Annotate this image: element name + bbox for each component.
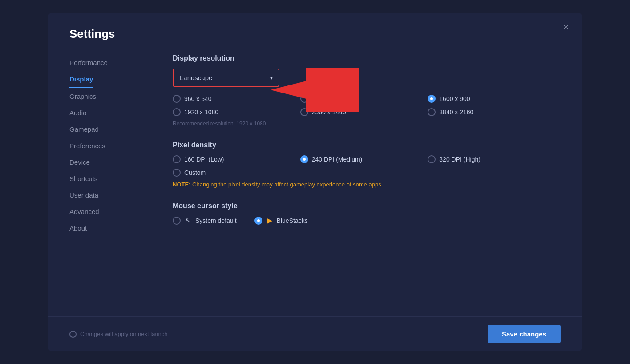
resolution-1920-label: 1920 x 1080 (184, 109, 218, 116)
resolution-1600-label: 1600 x 900 (439, 95, 470, 102)
dpi-320-option[interactable]: 320 DPI (High) (428, 155, 555, 163)
radio-dpi-160-indicator (173, 155, 181, 163)
resolution-3840-label: 3840 x 2160 (439, 109, 473, 116)
sidebar-item-performance[interactable]: Performance (69, 54, 146, 71)
pixel-density-section: Pixel density 160 DPI (Low) 240 DPI (Med… (173, 141, 555, 188)
cursor-system-default[interactable]: ↖ System default (173, 216, 237, 225)
dpi-160-label: 160 DPI (Low) (184, 156, 224, 163)
resolution-2560-label: 2560 x 1440 (312, 109, 346, 116)
radio-960-indicator (173, 95, 181, 103)
info-icon: i (69, 331, 77, 338)
sidebar-item-user-data[interactable]: User data (69, 187, 146, 203)
resolution-option-960[interactable]: 960 x 540 (173, 95, 300, 103)
resolution-option-1280[interactable]: 1280 x 720 (300, 95, 428, 103)
pixel-density-title: Pixel density (173, 141, 555, 149)
cursor-arrow-icon: ↖ (185, 216, 191, 225)
modal-body: Performance Display Graphics Audio Gamep… (48, 50, 582, 316)
resolution-dropdown[interactable]: Landscape Portrait (173, 69, 279, 87)
radio-3840-indicator (428, 108, 436, 116)
radio-1280-indicator (300, 95, 308, 103)
sidebar-item-audio[interactable]: Audio (69, 105, 146, 121)
resolution-grid: 960 x 540 1280 x 720 1600 x 900 1920 x 1… (173, 95, 555, 116)
radio-dpi-custom-indicator (173, 169, 181, 177)
note-label: NOTE: (173, 181, 190, 188)
bluestacks-cursor-icon: ▶ (267, 216, 272, 225)
cursor-options-row: ↖ System default ▶ BlueStacks (173, 216, 555, 225)
close-button[interactable]: × (560, 21, 572, 33)
footer-note: i Changes will apply on next launch (69, 331, 168, 338)
radio-dpi-240-indicator (300, 155, 308, 163)
save-changes-button[interactable]: Save changes (488, 325, 561, 343)
sidebar-item-about[interactable]: About (69, 220, 146, 236)
dpi-custom-label: Custom (184, 169, 206, 176)
display-resolution-section: Display resolution Landscape Portrait ▼ … (173, 54, 555, 127)
footer-note-text: Changes will apply on next launch (80, 331, 168, 337)
resolution-1280-label: 1280 x 720 (312, 95, 343, 102)
modal-title: Settings (48, 13, 582, 50)
dpi-custom-option[interactable]: Custom (173, 169, 300, 177)
mouse-cursor-section: Mouse cursor style ↖ System default ▶ Bl… (173, 202, 555, 225)
radio-1600-indicator (428, 95, 436, 103)
dpi-240-option[interactable]: 240 DPI (Medium) (300, 155, 428, 163)
content-area: Display resolution Landscape Portrait ▼ … (146, 50, 582, 316)
cursor-system-label: System default (195, 217, 237, 224)
note-body: Changing the pixel density may affect ga… (190, 181, 383, 188)
cursor-bluestacks[interactable]: ▶ BlueStacks (254, 216, 308, 225)
resolution-option-1600[interactable]: 1600 x 900 (428, 95, 555, 103)
dpi-320-label: 320 DPI (High) (439, 156, 481, 163)
resolution-960-label: 960 x 540 (184, 95, 212, 102)
sidebar-item-display[interactable]: Display (69, 71, 93, 88)
resolution-option-1920[interactable]: 1920 x 1080 (173, 108, 300, 116)
sidebar-item-preferences[interactable]: Preferences (69, 138, 146, 154)
resolution-dropdown-wrapper: Landscape Portrait ▼ (173, 69, 279, 87)
dpi-160-option[interactable]: 160 DPI (Low) (173, 155, 300, 163)
sidebar-item-advanced[interactable]: Advanced (69, 203, 146, 220)
radio-cursor-system-indicator (173, 217, 181, 225)
modal-footer: i Changes will apply on next launch Save… (48, 316, 582, 351)
sidebar-item-graphics[interactable]: Graphics (69, 88, 146, 105)
resolution-option-2560[interactable]: 2560 x 1440 (300, 108, 428, 116)
sidebar: Performance Display Graphics Audio Gamep… (48, 50, 146, 316)
radio-1920-indicator (173, 108, 181, 116)
cursor-bluestacks-label: BlueStacks (277, 217, 308, 224)
mouse-cursor-title: Mouse cursor style (173, 202, 555, 210)
sidebar-item-shortcuts[interactable]: Shortcuts (69, 170, 146, 187)
resolution-option-3840[interactable]: 3840 x 2160 (428, 108, 555, 116)
pixel-density-grid: 160 DPI (Low) 240 DPI (Medium) 320 DPI (… (173, 155, 555, 177)
recommended-resolution-text: Recommended resolution: 1920 x 1080 (173, 121, 555, 127)
display-resolution-title: Display resolution (173, 54, 555, 62)
sidebar-item-device[interactable]: Device (69, 154, 146, 170)
dpi-240-label: 240 DPI (Medium) (312, 156, 363, 163)
radio-dpi-320-indicator (428, 155, 436, 163)
sidebar-item-gamepad[interactable]: Gamepad (69, 121, 146, 138)
settings-modal: × Settings Performance Display Graphics … (48, 13, 582, 351)
pixel-density-note: NOTE: Changing the pixel density may aff… (173, 181, 555, 188)
radio-cursor-bluestacks-indicator (254, 217, 262, 225)
radio-2560-indicator (300, 108, 308, 116)
